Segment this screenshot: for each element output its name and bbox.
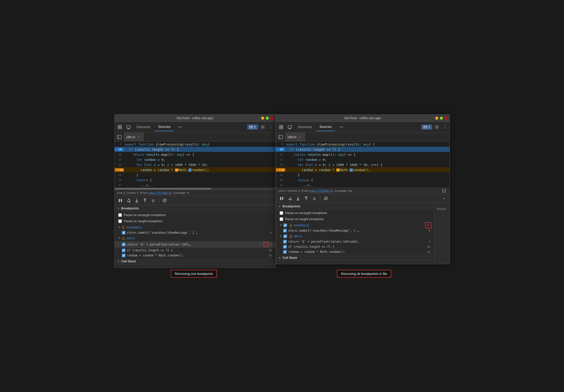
right-expand-right-btn[interactable]: »	[440, 195, 448, 202]
right-snackbar-bp-1-checkbox[interactable]	[283, 229, 287, 232]
svg-rect-11	[119, 199, 120, 202]
right-inspect-icon-btn[interactable]	[277, 123, 285, 131]
right-file-tab-close[interactable]: ×	[298, 135, 302, 139]
right-breakpoints-section-header[interactable]: ▼ Breakpoints	[276, 203, 434, 210]
right-gear-btn[interactable]	[433, 123, 441, 131]
right-code-line-15: 15 }	[276, 172, 450, 177]
left-more-btn[interactable]: ⋮	[267, 124, 274, 131]
left-utils-file-row[interactable]: ▼ {} utils.ts	[115, 235, 275, 241]
pause-resume-btn[interactable]	[117, 197, 124, 204]
left-gear-btn[interactable]	[259, 123, 267, 131]
left-edit-bp-btn[interactable]: ✏	[258, 242, 262, 247]
left-callstack-title: Call Stack	[121, 260, 136, 263]
left-utils-bp-1-line: 2	[270, 243, 272, 246]
right-snackbar-remove-all-btn[interactable]: ✕	[425, 222, 431, 228]
svg-rect-2	[118, 127, 120, 129]
minimize-btn[interactable]: −	[261, 117, 264, 120]
left-more-tabs[interactable]: >>	[174, 123, 185, 131]
right-step-btn[interactable]	[311, 195, 318, 202]
close-btn[interactable]: ×	[270, 117, 273, 120]
right-pause-caught-checkbox[interactable]	[280, 217, 283, 221]
right-utils-bp-1: return '$' + parseFloat(value).toFixed(……	[276, 239, 434, 244]
left-code-area[interactable]: 9 export function slowProcessing(results…	[115, 142, 275, 190]
right-callstack-header[interactable]: ▼ Call Stack	[276, 254, 434, 261]
right-code-line-16: 16 return {	[276, 177, 450, 183]
step-over-btn[interactable]	[125, 197, 132, 204]
left-utils-bp-3-checkbox[interactable]	[122, 254, 125, 257]
right-deactivate-bp-btn[interactable]	[322, 195, 329, 202]
right-device-icon-btn[interactable]	[286, 123, 294, 131]
svg-rect-21	[281, 125, 283, 127]
left-callstack-header[interactable]: ▼ Call Stack	[115, 258, 275, 265]
left-pause-uncaught-checkbox[interactable]	[118, 213, 122, 217]
left-pause-caught-checkbox[interactable]	[118, 219, 122, 223]
left-snackbar-icon: {}	[122, 225, 124, 229]
left-utils-bp-1-text: return '$' + parseFloat(value).toFi…	[127, 243, 256, 246]
right-file-tab[interactable]: utils.ts ×	[285, 132, 305, 142]
left-window-controls: − + ×	[261, 117, 273, 120]
right-snackbar-file-row[interactable]: ▼ {} snackbar.ts ✕	[276, 222, 434, 228]
right-utils-bp-3-checkbox[interactable]	[283, 250, 287, 254]
right-step-over-btn[interactable]	[286, 195, 293, 202]
left-elements-tab[interactable]: Elements	[133, 123, 154, 131]
left-utils-bp-2-checkbox[interactable]	[122, 249, 125, 252]
inspect-icon-btn[interactable]	[116, 123, 124, 131]
right-snackbar-file-checkbox[interactable]	[283, 223, 287, 227]
right-titlebar: DevTools - coffee-cart.app/ − + ×	[276, 115, 450, 122]
device-icon-btn[interactable]	[124, 123, 133, 131]
left-snackbar-bp-1-line: 9	[270, 231, 272, 234]
left-utils-bp-1-checkbox[interactable]	[122, 243, 125, 246]
svg-rect-12	[121, 199, 122, 202]
left-file-tab[interactable]: utils.ts ×	[124, 132, 144, 142]
right-utils-file-checkbox[interactable]	[283, 234, 287, 238]
right-coverage: Coverage: n/a	[334, 189, 352, 192]
left-snackbar-file-row[interactable]: ▼ {} snackbar.ts	[115, 224, 275, 230]
left-notification-btn[interactable]: 1	[247, 125, 258, 130]
right-more-btn[interactable]: ⋮	[441, 124, 449, 131]
annotations-row: Removing one breakpoint Removing all bre…	[114, 270, 450, 278]
left-bp-title: Breakpoints	[121, 207, 139, 210]
right-source-link[interactable]: index-73f73a80.js	[310, 189, 332, 192]
right-code-line-12: 12 let random = 0;	[276, 157, 450, 162]
left-annotation-text: Removing one breakpoint	[175, 272, 213, 276]
step-out-btn[interactable]	[141, 197, 148, 204]
deactivate-bp-btn[interactable]	[161, 197, 168, 204]
left-source-link[interactable]: index-73f73a80.js	[148, 191, 171, 194]
right-sources-tab[interactable]: Sources	[316, 123, 335, 131]
left-pause-caught-row: Pause on caught exceptions	[115, 218, 275, 224]
right-pause-uncaught-checkbox[interactable]	[280, 211, 283, 215]
right-utils-bp-1-checkbox[interactable]	[283, 240, 287, 243]
right-pause-resume-btn[interactable]	[278, 195, 285, 202]
right-code-area[interactable]: 9 export function slowProcessing(results…	[276, 142, 450, 188]
left-code-scrollbar[interactable]	[115, 188, 275, 190]
left-pause-caught-label: Pause on caught exceptions	[124, 219, 163, 223]
right-utils-bp-2-checkbox[interactable]	[283, 245, 287, 249]
right-close-btn[interactable]: ×	[444, 117, 448, 120]
right-expand-panel-btn[interactable]	[441, 188, 447, 194]
right-code-line-10: 10 if (results.length >= 7) {	[276, 147, 450, 152]
left-snackbar-bp-1-checkbox[interactable]	[122, 231, 125, 234]
left-snackbar-bp-1: store.commit('snackbar/showMessage', { ……	[115, 230, 275, 235]
right-maximize-btn[interactable]: +	[440, 117, 443, 120]
left-remove-bp-btn[interactable]: ✕	[263, 242, 269, 247]
svg-rect-29	[279, 135, 283, 139]
left-sources-tab[interactable]: Sources	[155, 123, 174, 131]
maximize-btn[interactable]: +	[266, 117, 269, 120]
left-file-tab-close[interactable]: ×	[137, 135, 141, 139]
right-more-tabs[interactable]: >>	[336, 123, 347, 131]
code-line-12: 12 let random = 0;	[115, 157, 275, 162]
left-breakpoints-section-header[interactable]: ▼ Breakpoints	[115, 205, 275, 212]
right-elements-tab[interactable]: Elements	[294, 123, 315, 131]
right-step-out-btn[interactable]	[303, 195, 310, 202]
step-btn[interactable]	[150, 197, 157, 204]
not-pa-text: Not pa	[434, 205, 450, 213]
left-scrollbar-thumb[interactable]	[115, 188, 211, 189]
left-sidebar-toggle[interactable]	[116, 133, 123, 141]
right-step-into-btn[interactable]	[294, 195, 302, 202]
step-into-btn[interactable]	[133, 197, 140, 204]
right-utils-file-row[interactable]: ▼ {} utils.ts	[276, 233, 434, 239]
right-notification-btn[interactable]: 1	[421, 125, 432, 130]
right-minimize-btn[interactable]: −	[435, 117, 438, 120]
right-sidebar-toggle[interactable]	[277, 133, 284, 141]
right-utils-bp-2: if (results.length >= 7) { 10	[276, 244, 434, 249]
